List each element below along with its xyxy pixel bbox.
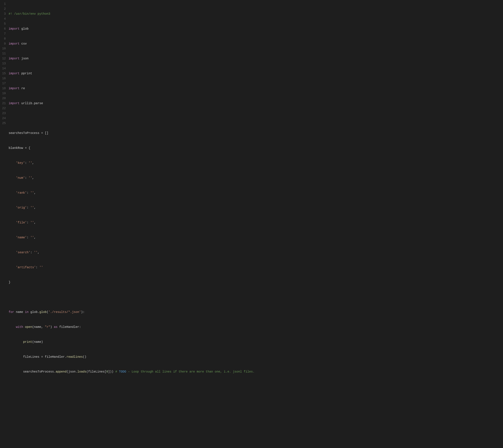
object-ref: fileHandler.	[45, 355, 66, 359]
code-line[interactable]: 'rank': '',	[9, 191, 254, 195]
line-number: 14	[1, 66, 6, 71]
dict-value: ''	[30, 191, 34, 194]
dict-value: ''	[29, 161, 32, 165]
line-number: 16	[1, 76, 6, 81]
code-line[interactable]: 'artifacts': ''	[9, 265, 254, 270]
line-number: 22	[1, 106, 6, 111]
code-line[interactable]: 'name': '',	[9, 235, 254, 240]
code-line[interactable]: searchesToProcess = []	[9, 131, 254, 136]
code-line[interactable]: searchesToProcess.append(json.loads(file…	[9, 369, 254, 374]
code-line[interactable]: import json	[9, 56, 254, 61]
module-name: csv	[21, 42, 27, 46]
module-ref: glob.	[30, 310, 39, 314]
import-keyword: import	[9, 102, 19, 105]
line-number: 10	[1, 46, 6, 51]
line-number: 15	[1, 71, 6, 76]
code-line[interactable]: #! /usr/bin/env python3	[9, 12, 254, 16]
number-literal: 0	[106, 370, 108, 373]
line-number: 11	[1, 51, 6, 56]
dict-key: 'artifacts'	[16, 266, 36, 269]
empty-list: []	[45, 131, 48, 135]
index-target: fileLines[	[88, 370, 106, 373]
dict-value: ''	[29, 176, 32, 180]
line-number: 24	[1, 116, 6, 121]
code-line[interactable]	[9, 295, 254, 300]
line-number: 1	[1, 1, 6, 7]
string-literal: './results/*.json'	[48, 310, 81, 314]
for-keyword: for	[9, 310, 14, 314]
code-line[interactable]	[9, 116, 254, 121]
code-content[interactable]: #! /usr/bin/env python3 import glob impo…	[9, 1, 254, 384]
code-line[interactable]: 'key': '',	[9, 161, 254, 166]
dict-key: 'orig'	[16, 206, 27, 209]
import-keyword: import	[9, 87, 19, 90]
dict-value: ''	[39, 266, 43, 269]
import-keyword: import	[9, 72, 19, 75]
dict-value: ''	[30, 206, 34, 209]
code-line[interactable]: 'num': '',	[9, 176, 254, 181]
line-number: 23	[1, 111, 6, 116]
comment: # TODO – Loop through all lines if there…	[115, 370, 254, 373]
builtin-call: print	[23, 340, 32, 344]
method-call: append	[56, 370, 66, 373]
comment-text: Loop through all lines if there are more…	[132, 370, 255, 373]
module-name: pprint	[21, 72, 32, 75]
brace-close: }	[9, 281, 11, 284]
import-keyword: import	[9, 27, 19, 31]
function-call: glob	[39, 310, 47, 314]
dict-value: ''	[30, 236, 34, 239]
code-editor[interactable]: 1 2 3 4 5 6 7 8 9 10 11 12 13 14 15 16 1…	[1, 1, 502, 384]
variable: fileLines	[23, 355, 39, 359]
dict-value: ''	[34, 251, 38, 254]
line-number: 20	[1, 96, 6, 101]
dict-key: 'file'	[16, 221, 27, 224]
code-line[interactable]: blankRow = {	[9, 146, 254, 151]
method-call: readlines	[66, 355, 83, 359]
code-line[interactable]: }	[9, 280, 254, 285]
module-ref: json.	[68, 370, 78, 373]
line-number: 12	[1, 56, 6, 61]
code-line[interactable]: import csv	[9, 41, 254, 46]
function-call: loads	[78, 370, 86, 373]
with-keyword: with	[16, 325, 23, 329]
line-number: 13	[1, 61, 6, 66]
line-number: 17	[1, 81, 6, 86]
module-name: glob	[21, 27, 29, 31]
code-line[interactable]: for name in glob.glob('./results/*.json'…	[9, 310, 254, 315]
code-line[interactable]: import glob	[9, 27, 254, 32]
shebang: #! /usr/bin/env python3	[9, 12, 50, 16]
line-number: 5	[1, 21, 6, 27]
dict-key: 'num'	[16, 176, 25, 180]
code-line[interactable]: 'orig': '',	[9, 205, 254, 210]
line-number: 4	[1, 16, 6, 21]
arg: name	[34, 340, 41, 344]
dict-key: 'name'	[16, 236, 27, 239]
todo-marker: TODO	[119, 370, 126, 373]
code-line[interactable]: import urllib.parse	[9, 101, 254, 106]
import-keyword: import	[9, 42, 19, 46]
dict-key: 'search'	[16, 251, 30, 254]
variable: blankRow	[9, 146, 23, 150]
import-keyword: import	[9, 57, 19, 60]
line-number: 19	[1, 91, 6, 96]
module-name: urllib.parse	[21, 102, 43, 105]
object-ref: searchesToProcess.	[23, 370, 56, 373]
code-line[interactable]: 'file': '',	[9, 220, 254, 225]
dict-key: 'rank'	[16, 191, 27, 194]
string-literal: "r"	[45, 325, 50, 329]
dict-key: 'key'	[16, 161, 25, 165]
code-line[interactable]: fileLines = fileHandler.readlines()	[9, 354, 254, 360]
in-keyword: in	[25, 310, 29, 314]
variable: searchesToProcess	[9, 131, 39, 135]
line-number: 2	[1, 7, 6, 12]
code-line[interactable]: import re	[9, 86, 254, 91]
line-number: 25	[1, 121, 6, 126]
brace-open: = {	[23, 146, 30, 150]
line-number: 8	[1, 36, 6, 41]
code-line[interactable]: print(name)	[9, 340, 254, 345]
code-line[interactable]: with open(name, "r") as fileHandler:	[9, 325, 254, 330]
module-name: re	[21, 87, 25, 90]
code-line[interactable]: import pprint	[9, 71, 254, 76]
line-number: 3	[1, 12, 6, 16]
code-line[interactable]: 'search': '',	[9, 250, 254, 255]
